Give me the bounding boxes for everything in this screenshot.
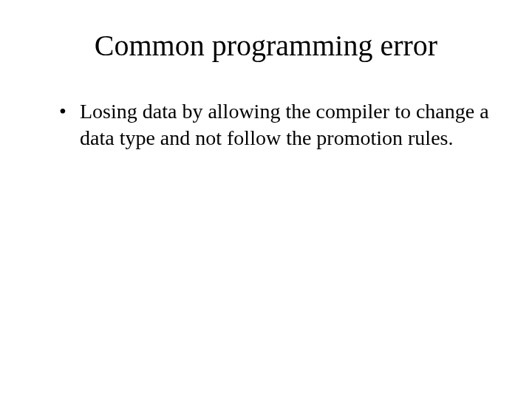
slide-title: Common programming error — [37, 28, 495, 63]
bullet-list: Losing data by allowing the compiler to … — [37, 98, 495, 151]
list-item: Losing data by allowing the compiler to … — [59, 98, 495, 151]
